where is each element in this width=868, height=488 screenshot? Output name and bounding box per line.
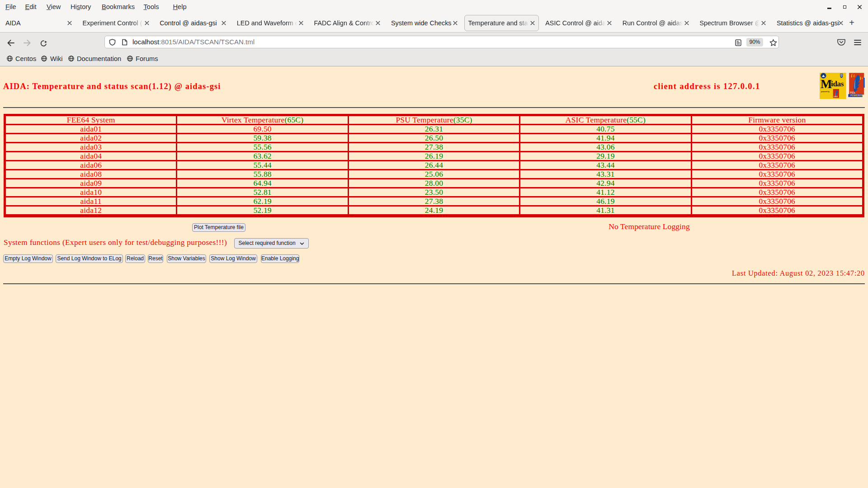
svg-text:M: M [821,77,832,91]
svg-text:LINUX: LINUX [834,95,838,97]
svg-text:idas: idas [831,79,844,88]
svg-text:POWERED: POWERED [850,95,863,97]
svg-text:TCL: TCL [850,91,856,94]
svg-text:powered by: powered by [821,90,830,92]
